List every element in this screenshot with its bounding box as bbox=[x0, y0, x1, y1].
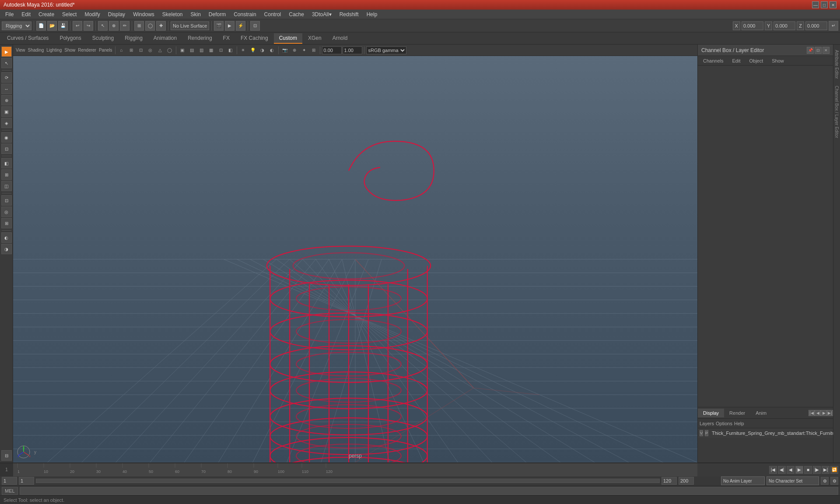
menu-skin[interactable]: Skin bbox=[187, 10, 204, 18]
curve-tool-btn[interactable]: ◐ bbox=[1, 232, 12, 243]
vp-tex-btn[interactable]: ◧ bbox=[226, 46, 235, 55]
paint-tool-btn[interactable]: ✏ bbox=[120, 21, 130, 31]
lasso-select-btn[interactable]: ⟳ bbox=[1, 72, 12, 83]
timeline-step-back-btn[interactable]: ◀| bbox=[778, 466, 786, 474]
layer-visibility-btn[interactable]: V bbox=[700, 430, 703, 436]
camera-btn[interactable]: ⊡ bbox=[1, 195, 12, 206]
3d-viewport[interactable]: persp x z y bbox=[13, 56, 697, 462]
vp-frame-sel-btn[interactable]: ⊡ bbox=[136, 46, 145, 55]
vp-obj-mode-btn[interactable]: ◎ bbox=[146, 46, 155, 55]
scale-tool-btn[interactable]: ▣ bbox=[1, 106, 12, 117]
grid-btn[interactable]: ⊡ bbox=[1, 144, 12, 154]
menu-display[interactable]: Display bbox=[105, 10, 129, 18]
snap-point-btn[interactable]: ✚ bbox=[156, 21, 166, 31]
select-tool-btn[interactable]: ↖ bbox=[98, 21, 108, 31]
tab-arnold[interactable]: Arnold bbox=[327, 33, 353, 44]
maximize-button[interactable]: □ bbox=[821, 1, 828, 8]
menu-create[interactable]: Create bbox=[35, 10, 58, 18]
soft-select-btn[interactable]: ◉ bbox=[1, 132, 12, 143]
cb-tab-edit[interactable]: Edit bbox=[728, 57, 744, 64]
redo-btn[interactable]: ↪ bbox=[84, 21, 93, 31]
vp-wire-btn[interactable]: ⊡ bbox=[217, 46, 225, 55]
layer-item[interactable]: V P Thick_Furniture_Spring_Grey_mb_stand… bbox=[698, 428, 833, 438]
mel-input[interactable] bbox=[20, 487, 838, 495]
channel-box-float-btn[interactable]: ⊡ bbox=[815, 47, 822, 54]
menu-deform[interactable]: Deform bbox=[205, 10, 229, 18]
timeline-play-back-btn[interactable]: ◀ bbox=[787, 466, 794, 474]
vp-camera-btn[interactable]: 📷 bbox=[280, 46, 289, 55]
render-btn[interactable]: ▶ bbox=[225, 21, 234, 31]
attr-editor-label[interactable]: Attribute Editor bbox=[833, 46, 840, 82]
timeline-step-fwd-btn[interactable]: |▶ bbox=[813, 466, 821, 474]
menu-cache[interactable]: Cache bbox=[285, 10, 308, 18]
sculpt-btn[interactable]: ◫ bbox=[1, 181, 12, 191]
channel-box-pin-btn[interactable]: 📌 bbox=[807, 47, 814, 54]
vp-light2-btn[interactable]: 💡 bbox=[248, 46, 257, 55]
vp-grid-btn[interactable]: ⊞ bbox=[309, 46, 318, 55]
cb-tab-anim[interactable]: Anim bbox=[750, 409, 772, 417]
layer-playback-btn[interactable]: P bbox=[705, 430, 708, 436]
channel-box-close-btn[interactable]: ✕ bbox=[822, 47, 830, 54]
vp-shade1-btn[interactable]: ▣ bbox=[178, 46, 187, 55]
tab-animation[interactable]: Animation bbox=[148, 33, 182, 44]
gamma-select[interactable]: sRGB gamma bbox=[366, 46, 406, 54]
new-scene-btn[interactable]: 📄 bbox=[36, 21, 46, 31]
vp-ao-btn[interactable]: ◐ bbox=[268, 46, 276, 55]
lighting-menu-btn[interactable]: Lighting bbox=[46, 46, 63, 55]
lasso-tool-btn[interactable]: ⊕ bbox=[109, 21, 119, 31]
tab-sculpting[interactable]: Sculpting bbox=[87, 33, 119, 44]
minimize-button[interactable]: — bbox=[812, 1, 819, 8]
menu-edit[interactable]: Edit bbox=[18, 10, 34, 18]
x-coord-input[interactable] bbox=[742, 21, 763, 30]
tab-fx[interactable]: FX bbox=[218, 33, 235, 44]
cb-tab-render[interactable]: Render bbox=[724, 409, 750, 417]
char-set-settings-btn[interactable]: ⚙ bbox=[821, 477, 829, 485]
range-start-input[interactable] bbox=[2, 477, 17, 485]
quick-layout-btn[interactable]: ⊟ bbox=[1, 450, 12, 461]
tab-fx-caching[interactable]: FX Caching bbox=[235, 33, 273, 44]
renderer-menu-btn[interactable]: Renderer bbox=[77, 46, 97, 55]
vp-shadow-btn[interactable]: ◑ bbox=[258, 46, 267, 55]
menu-help[interactable]: Help bbox=[363, 10, 381, 18]
cb-nav-end-btn[interactable]: ▶| bbox=[827, 410, 833, 416]
playback-settings-btn[interactable]: ⚙ bbox=[830, 477, 838, 485]
menu-control[interactable]: Control bbox=[261, 10, 285, 18]
menu-skeleton[interactable]: Skeleton bbox=[159, 10, 186, 18]
cb-tab-object[interactable]: Object bbox=[746, 57, 766, 64]
tab-custom[interactable]: Custom bbox=[274, 33, 302, 44]
channel-box-tab-label[interactable]: Channel Box / Layer Editor bbox=[833, 82, 840, 142]
timeline-skip-start-btn[interactable]: |◀ bbox=[769, 466, 777, 474]
menu-3dtool[interactable]: 3DtoAll▾ bbox=[308, 10, 335, 18]
mode-select[interactable]: Rigging bbox=[2, 21, 32, 30]
rotate-tool-btn[interactable]: ⊕ bbox=[1, 95, 12, 105]
cb-nav-prev-btn[interactable]: ◀ bbox=[815, 410, 821, 416]
select-mode-btn[interactable]: ▶ bbox=[1, 46, 12, 57]
tab-polygons[interactable]: Polygons bbox=[54, 33, 86, 44]
range-current-input[interactable] bbox=[19, 477, 34, 485]
light-btn[interactable]: ◎ bbox=[1, 206, 12, 217]
timeline-loop-btn[interactable]: 🔁 bbox=[830, 466, 838, 474]
cb-tab-channels[interactable]: Channels bbox=[700, 57, 727, 64]
poly-tool-btn[interactable]: ◑ bbox=[1, 244, 12, 254]
vp-shade2-btn[interactable]: ▤ bbox=[188, 46, 196, 55]
manip-tool-btn[interactable]: ◈ bbox=[1, 118, 12, 128]
snap-curve-btn[interactable]: ◯ bbox=[145, 21, 155, 31]
timeline-skip-end-btn[interactable]: ▶| bbox=[822, 466, 830, 474]
menu-redshift[interactable]: Redshift bbox=[336, 10, 362, 18]
close-button[interactable]: ✕ bbox=[830, 1, 836, 8]
vp-shade4-btn[interactable]: ▦ bbox=[207, 46, 216, 55]
z-coord-input[interactable] bbox=[805, 21, 827, 30]
tab-rigging[interactable]: Rigging bbox=[119, 33, 148, 44]
snap-grid-btn[interactable]: ⊞ bbox=[134, 21, 144, 31]
help-label[interactable]: Help bbox=[734, 421, 744, 426]
range-max-input[interactable] bbox=[679, 477, 694, 485]
move-tool-btn[interactable]: ↔ bbox=[1, 84, 12, 94]
menu-constrain[interactable]: Constrain bbox=[230, 10, 259, 18]
y-coord-input[interactable] bbox=[774, 21, 795, 30]
vp-light1-btn[interactable]: ☀ bbox=[239, 46, 248, 55]
shading-menu-btn[interactable]: Shading bbox=[27, 46, 45, 55]
timeline-ruler[interactable]: 1 10 20 30 40 50 60 70 80 90 100 110 120 bbox=[13, 463, 697, 476]
undo-btn[interactable]: ↩ bbox=[73, 21, 82, 31]
cb-tab-show[interactable]: Show bbox=[768, 57, 788, 64]
vp-home-btn[interactable]: ⌂ bbox=[117, 46, 126, 55]
